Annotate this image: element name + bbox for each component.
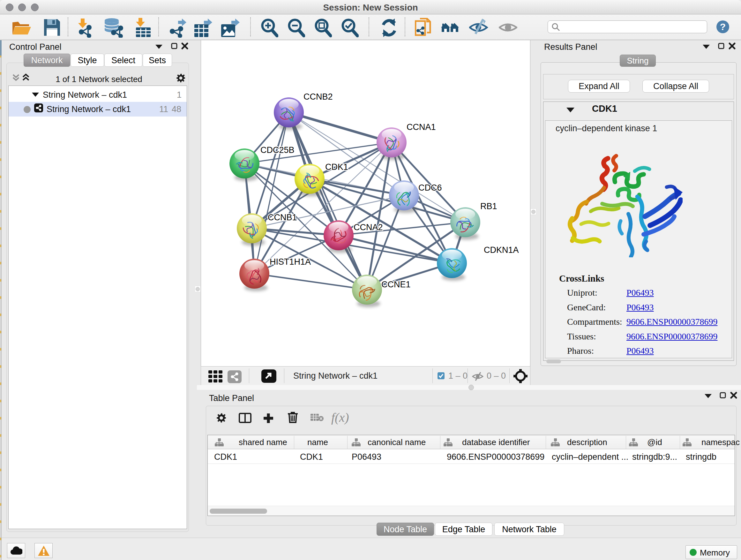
svg-text:CDC6: CDC6 bbox=[418, 183, 442, 192]
svg-text:HIST1H1A: HIST1H1A bbox=[270, 257, 311, 266]
svg-text:CCNA2: CCNA2 bbox=[354, 223, 383, 232]
svg-text:RB1: RB1 bbox=[480, 201, 497, 211]
svg-text:CCNE1: CCNE1 bbox=[381, 280, 411, 289]
svg-text:CCNB1: CCNB1 bbox=[268, 212, 297, 222]
svg-text:CDK1: CDK1 bbox=[325, 162, 348, 172]
svg-text:CCNB2: CCNB2 bbox=[304, 92, 333, 102]
svg-text:CDC25B: CDC25B bbox=[260, 145, 294, 155]
svg-text:CCNA1: CCNA1 bbox=[407, 122, 436, 132]
svg-text:CDKN1A: CDKN1A bbox=[484, 245, 519, 255]
